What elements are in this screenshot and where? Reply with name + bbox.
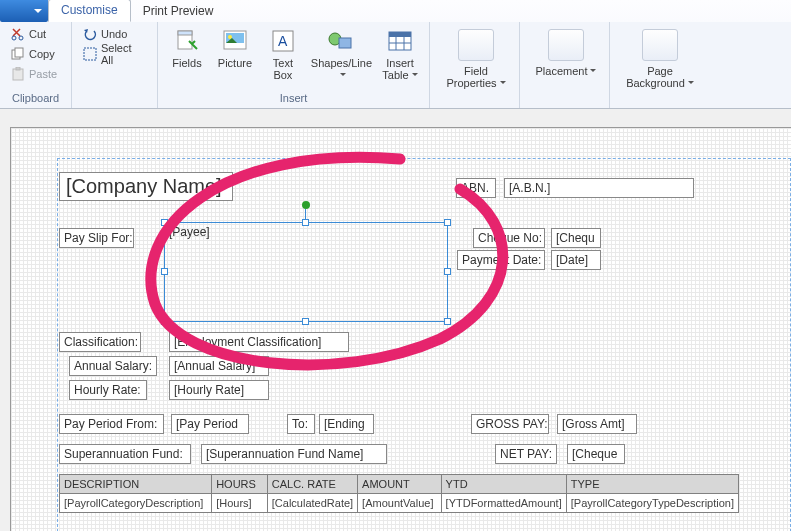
resize-handle[interactable] xyxy=(161,318,168,325)
field-super-fund[interactable]: [Superannuation Fund Name] xyxy=(201,444,387,464)
paste-label: Paste xyxy=(29,68,57,80)
td-ytd: [YTDFormattedAmount] xyxy=(441,494,566,513)
tab-row: Customise Print Preview xyxy=(0,0,791,22)
label-net-pay[interactable]: NET PAY: xyxy=(495,444,557,464)
th-hours: HOURS xyxy=(212,475,268,494)
page-background-button[interactable]: Page Background xyxy=(616,24,704,94)
field-abn[interactable]: [A.B.N.] xyxy=(504,178,694,198)
group-insert: Fields Picture A Text Box Shapes/Line In… xyxy=(158,22,430,108)
resize-handle[interactable] xyxy=(444,219,451,226)
label-cheque-no[interactable]: Cheque No: xyxy=(473,228,545,248)
shapes-button[interactable]: Shapes/Line xyxy=(308,24,375,86)
field-payee-selected[interactable]: [Payee] xyxy=(164,222,448,322)
label-payslip-for[interactable]: Pay Slip For: xyxy=(59,228,134,248)
svg-rect-4 xyxy=(13,69,23,80)
undo-button[interactable]: Undo xyxy=(78,24,151,44)
resize-handle[interactable] xyxy=(444,268,451,275)
th-description: DESCRIPTION xyxy=(60,475,212,494)
field-hourly-rate[interactable]: [Hourly Rate] xyxy=(169,380,269,400)
page-background-icon xyxy=(642,29,678,61)
svg-rect-5 xyxy=(16,67,20,70)
resize-handle[interactable] xyxy=(302,219,309,226)
td-calcrate: [CalculatedRate] xyxy=(267,494,357,513)
svg-rect-3 xyxy=(15,48,23,57)
select-all-icon xyxy=(83,47,97,61)
label-gross-pay[interactable]: GROSS PAY: xyxy=(471,414,549,434)
resize-handle[interactable] xyxy=(302,318,309,325)
svg-text:A: A xyxy=(278,33,288,49)
fields-label: Fields xyxy=(172,57,201,69)
field-properties-button[interactable]: Field Properties xyxy=(436,24,516,94)
svg-rect-6 xyxy=(84,48,96,60)
select-all-label: Select All xyxy=(101,42,146,66)
resize-handle[interactable] xyxy=(444,318,451,325)
label-hourly-rate[interactable]: Hourly Rate: xyxy=(69,380,147,400)
ribbon-body: Cut Copy Paste Clipboard Undo xyxy=(0,22,791,108)
fields-button[interactable]: Fields xyxy=(164,24,210,86)
td-type: [PayrollCategoryTypeDescription] xyxy=(566,494,738,513)
cut-button[interactable]: Cut xyxy=(6,24,65,44)
placement-icon xyxy=(548,29,584,61)
page[interactable]: [Company Name] ABN. [A.B.N.] Pay Slip Fo… xyxy=(10,127,791,531)
resize-handle[interactable] xyxy=(161,268,168,275)
th-amount: AMOUNT xyxy=(358,475,441,494)
ribbon: Customise Print Preview Cut Copy Paste C… xyxy=(0,0,791,109)
field-company-name[interactable]: [Company Name] xyxy=(59,172,233,201)
picture-icon xyxy=(223,30,247,52)
copy-icon xyxy=(11,47,25,61)
svg-point-1 xyxy=(19,36,23,40)
svg-point-0 xyxy=(12,36,16,40)
label-classification[interactable]: Classification: xyxy=(59,332,141,352)
rotate-handle[interactable] xyxy=(302,201,310,209)
undo-label: Undo xyxy=(101,28,127,40)
table-row[interactable]: [PayrollCategoryDescription] [Hours] [Ca… xyxy=(60,494,739,513)
app-menu-button[interactable] xyxy=(0,0,48,22)
field-net-pay[interactable]: [Cheque xyxy=(567,444,625,464)
field-cheque-no[interactable]: [Chequ xyxy=(551,228,601,248)
table-icon xyxy=(388,31,412,51)
copy-button[interactable]: Copy xyxy=(6,44,65,64)
td-amount: [AmountValue] xyxy=(358,494,441,513)
group-clipboard-label: Clipboard xyxy=(6,92,65,106)
shapes-label: Shapes/Line xyxy=(311,57,372,81)
field-gross-pay[interactable]: [Gross Amt] xyxy=(557,414,637,434)
fields-icon xyxy=(175,29,199,53)
placement-label: Placement xyxy=(536,65,597,77)
field-annual-salary[interactable]: [Annual Salary] xyxy=(169,356,269,376)
text-box-button[interactable]: A Text Box xyxy=(260,24,306,86)
group-insert-label: Insert xyxy=(164,92,423,106)
field-pay-period-to[interactable]: [Ending xyxy=(319,414,374,434)
resize-handle[interactable] xyxy=(161,219,168,226)
paste-button: Paste xyxy=(6,64,65,84)
label-pay-period-from[interactable]: Pay Period From: xyxy=(59,414,164,434)
tab-customise[interactable]: Customise xyxy=(48,0,131,22)
label-to[interactable]: To: xyxy=(287,414,315,434)
copy-label: Copy xyxy=(29,48,55,60)
svg-rect-17 xyxy=(389,32,411,37)
label-super-fund[interactable]: Superannuation Fund: xyxy=(59,444,191,464)
select-all-button[interactable]: Select All xyxy=(78,44,151,64)
picture-label: Picture xyxy=(218,57,252,69)
label-annual-salary[interactable]: Annual Salary: xyxy=(69,356,157,376)
payroll-table[interactable]: DESCRIPTION HOURS CALC. RATE AMOUNT YTD … xyxy=(59,474,739,513)
cut-label: Cut xyxy=(29,28,46,40)
field-properties-icon xyxy=(458,29,494,61)
page-background-label: Page Background xyxy=(626,65,694,89)
th-calcrate: CALC. RATE xyxy=(267,475,357,494)
field-payment-date[interactable]: [Date] xyxy=(551,250,601,270)
td-hours: [Hours] xyxy=(212,494,268,513)
design-workspace[interactable]: [Company Name] ABN. [A.B.N.] Pay Slip Fo… xyxy=(0,109,791,531)
tab-print-preview[interactable]: Print Preview xyxy=(131,1,226,22)
insert-table-button[interactable]: Insert Table xyxy=(377,24,423,86)
label-payment-date[interactable]: Payment Date: xyxy=(457,250,545,270)
svg-point-11 xyxy=(228,35,232,39)
picture-button[interactable]: Picture xyxy=(212,24,258,86)
field-pay-period-from[interactable]: [Pay Period xyxy=(171,414,249,434)
group-fieldprops: Field Properties xyxy=(430,22,520,108)
th-ytd: YTD xyxy=(441,475,566,494)
field-classification[interactable]: [Employment Classification] xyxy=(169,332,349,352)
placement-button[interactable]: Placement xyxy=(526,24,606,82)
group-placement: Placement xyxy=(520,22,610,108)
field-payee-text: [Payee] xyxy=(169,225,210,239)
label-abn[interactable]: ABN. xyxy=(456,178,496,198)
